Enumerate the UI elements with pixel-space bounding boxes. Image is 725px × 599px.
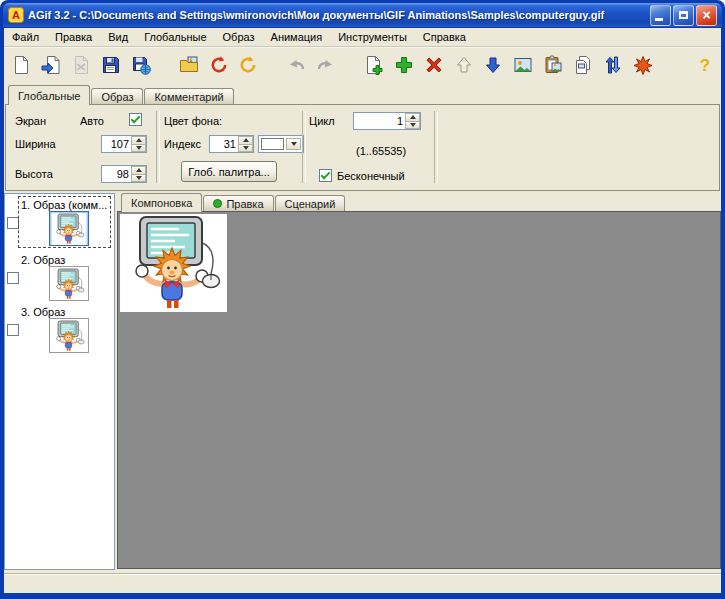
save-optimized-button[interactable] [127, 51, 154, 79]
height-spin-up-button[interactable] [131, 166, 146, 175]
menu-file[interactable]: Файл [4, 29, 47, 45]
move-down-button[interactable] [480, 51, 507, 79]
loop-input[interactable] [354, 113, 405, 129]
width-spinner [101, 135, 147, 153]
move-up-icon [454, 55, 474, 75]
frame-1-thumbnail-image [51, 213, 87, 245]
composition-canvas[interactable] [117, 211, 721, 569]
infinite-checkbox[interactable] [319, 169, 332, 182]
add-frame-button[interactable] [361, 51, 388, 79]
frame-3-thumbnail[interactable] [49, 318, 89, 353]
index-label: Индекс [164, 138, 201, 150]
rotate-ccw-button[interactable] [205, 51, 232, 79]
menu-image[interactable]: Образ [215, 29, 263, 45]
frame-1-thumbnail[interactable] [49, 211, 89, 246]
animation-frame-image[interactable] [120, 214, 227, 312]
height-spin-down-button[interactable] [131, 175, 146, 183]
save-button[interactable] [98, 51, 125, 79]
insert-image-icon [513, 55, 533, 75]
up-arrow-icon [243, 138, 249, 142]
close-button[interactable]: × [696, 5, 717, 26]
down-arrow-icon [243, 146, 249, 150]
global-settings-panel: Экран Авто Ширина Высота Цвет фо [5, 104, 720, 191]
undo-button[interactable] [283, 51, 310, 79]
delete-frame-button[interactable] [420, 51, 447, 79]
computerguy-image [120, 214, 227, 312]
insert-frame-button[interactable] [390, 51, 417, 79]
bg-color-label: Цвет фона: [164, 115, 222, 127]
tab-scenario-label: Сценарий [285, 198, 336, 210]
tab-comment[interactable]: Комментарий [144, 88, 233, 104]
index-spin-down-button[interactable] [238, 145, 253, 153]
height-input[interactable] [102, 166, 131, 182]
frame-3-label: 3. Образ [21, 306, 108, 318]
width-input[interactable] [102, 136, 131, 152]
frame-1-label: 1. Образ (комм... [21, 199, 108, 211]
height-spinner [101, 165, 147, 183]
move-up-button[interactable] [450, 51, 477, 79]
insert-image-button[interactable] [510, 51, 537, 79]
merge-frames-icon [573, 55, 593, 75]
menu-view[interactable]: Вид [100, 29, 136, 45]
toolbar: ? [4, 47, 721, 81]
maximize-button[interactable] [673, 5, 694, 26]
width-spin-up-button[interactable] [131, 136, 146, 145]
close-icon: × [702, 8, 710, 22]
minimize-button[interactable] [650, 5, 671, 26]
loop-range-label: (1..65535) [356, 145, 406, 157]
redo-icon [316, 55, 336, 75]
open-button[interactable] [38, 51, 65, 79]
background-color-swatch [261, 138, 284, 150]
index-input[interactable] [210, 136, 238, 152]
app-window: A AGif 3.2 - C:\Documents and Settings\w… [0, 0, 725, 599]
index-spinner [209, 135, 254, 153]
frame-2-thumbnail[interactable] [49, 266, 89, 301]
menu-tools[interactable]: Инструменты [330, 29, 415, 45]
width-spin-down-button[interactable] [131, 145, 146, 153]
help-button[interactable]: ? [691, 51, 718, 79]
tab-global-label: Глобальные [18, 90, 80, 102]
rotate-cw-button[interactable] [235, 51, 262, 79]
close-file-icon [71, 55, 91, 75]
tab-composition[interactable]: Компоновка [121, 193, 202, 212]
swap-frames-button[interactable] [599, 51, 626, 79]
tab-global[interactable]: Глобальные [8, 85, 90, 105]
titlebar[interactable]: A AGif 3.2 - C:\Documents and Settings\w… [3, 3, 722, 27]
frame-item-3[interactable]: 3. Образ [18, 303, 111, 355]
client-area: Файл Правка Вид Глобальные Образ Анимаци… [4, 28, 721, 593]
effects-button[interactable] [629, 51, 656, 79]
swap-frames-icon [603, 55, 623, 75]
save-icon [101, 55, 121, 75]
global-palette-button[interactable]: Глоб. палитра... [181, 161, 277, 182]
frame-item-1[interactable]: 1. Образ (комм... [18, 196, 111, 248]
undo-icon [286, 55, 306, 75]
delete-frame-icon [424, 55, 444, 75]
menu-help[interactable]: Справка [415, 29, 474, 45]
down-arrow-icon [136, 176, 142, 180]
auto-checkbox[interactable] [129, 113, 142, 126]
divider [434, 111, 438, 183]
frame-item-2[interactable]: 2. Образ [18, 251, 111, 303]
new-button[interactable] [8, 51, 35, 79]
export-image-button[interactable] [175, 51, 202, 79]
redo-button[interactable] [313, 51, 340, 79]
view-tabs: Компоновка Правка Сценарий [121, 193, 346, 212]
paste-image-button[interactable] [540, 51, 567, 79]
merge-frames-button[interactable] [570, 51, 597, 79]
loop-spin-up-button[interactable] [405, 113, 420, 122]
tab-edit[interactable]: Правка [203, 195, 273, 211]
up-arrow-icon [410, 115, 416, 119]
index-spin-up-button[interactable] [238, 136, 253, 145]
tab-scenario[interactable]: Сценарий [275, 195, 346, 211]
loop-spin-down-button[interactable] [405, 122, 420, 130]
paste-image-icon [543, 55, 563, 75]
auto-label: Авто [80, 115, 104, 127]
menu-edit[interactable]: Правка [47, 29, 100, 45]
tab-image-label: Образ [101, 91, 133, 103]
background-color-dropdown-button[interactable] [286, 138, 301, 150]
menu-animation[interactable]: Анимация [263, 29, 331, 45]
background-color-combo[interactable] [258, 135, 304, 153]
close-file-button[interactable] [68, 51, 95, 79]
tab-image[interactable]: Образ [91, 88, 143, 104]
menu-global[interactable]: Глобальные [136, 29, 214, 45]
